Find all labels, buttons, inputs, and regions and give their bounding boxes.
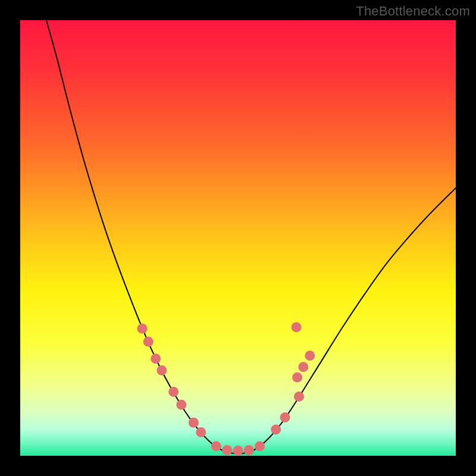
- data-marker: [294, 392, 304, 402]
- data-marker: [211, 441, 221, 451]
- chart-plot: [20, 20, 456, 456]
- data-marker: [292, 372, 302, 383]
- data-marker: [143, 337, 154, 347]
- data-marker: [196, 427, 206, 437]
- data-marker: [233, 446, 243, 456]
- data-marker: [305, 350, 315, 361]
- data-marker: [137, 324, 147, 334]
- watermark-text: TheBottleneck.com: [356, 4, 470, 19]
- data-marker: [298, 362, 308, 372]
- data-marker: [244, 445, 254, 455]
- data-marker: [222, 445, 232, 455]
- data-marker: [151, 353, 161, 364]
- chart-svg: [20, 20, 456, 456]
- data-marker: [271, 425, 281, 435]
- data-marker: [156, 365, 167, 375]
- data-marker: [255, 441, 265, 451]
- data-marker: [280, 412, 290, 422]
- data-marker: [168, 387, 178, 397]
- data-marker: [189, 418, 199, 428]
- chart-frame: TheBottleneck.com: [0, 0, 476, 476]
- chart-background: [20, 20, 456, 456]
- data-marker: [176, 400, 186, 410]
- data-marker: [292, 322, 302, 333]
